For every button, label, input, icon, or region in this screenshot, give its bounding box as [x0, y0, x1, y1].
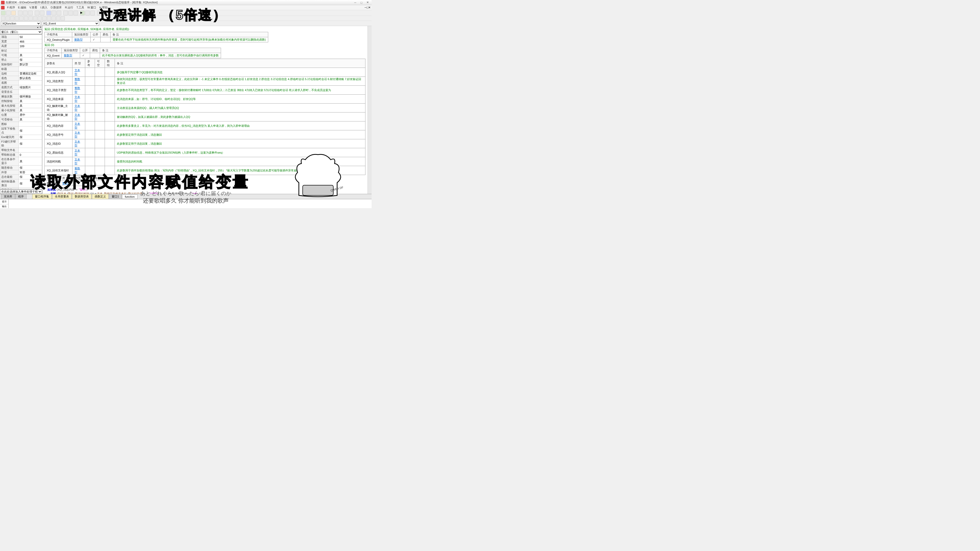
tb-run[interactable]: ▶: [80, 11, 85, 15]
al-14[interactable]: [61, 16, 65, 21]
combo-left[interactable]: XQfunction: [1, 21, 41, 26]
al-8[interactable]: [33, 16, 37, 21]
al-3[interactable]: [10, 16, 14, 21]
prop-value[interactable]: 真: [19, 108, 42, 113]
al-9[interactable]: [38, 16, 42, 21]
prop-value[interactable]: 假: [19, 175, 42, 179]
tab-m5[interactable]: function: [122, 194, 138, 199]
tb-b2[interactable]: [57, 11, 61, 15]
close-button[interactable]: ✕: [364, 0, 371, 5]
tb-new[interactable]: [1, 11, 6, 15]
prop-value[interactable]: 假: [19, 140, 42, 148]
prop-value[interactable]: 默认型: [19, 62, 42, 67]
tb-stop[interactable]: [90, 11, 95, 15]
code-editor[interactable]: 返回 (应用信息 (应用名称, 应用版本, SDK版本, 应用作者, 应用说明)…: [42, 26, 368, 194]
al-5[interactable]: [19, 16, 24, 21]
tb-paste[interactable]: [28, 11, 33, 15]
prop-value[interactable]: 50: [19, 35, 42, 39]
code-block[interactable]: 如果真 (XQ_消息内容 ＝ "签到") 判断 (到文本 (取日 (取现行时间 …: [48, 187, 366, 194]
al-2[interactable]: [6, 16, 10, 21]
tab-m1[interactable]: 全局变量表: [52, 194, 72, 199]
prop-value[interactable]: 普通固定边框: [19, 71, 42, 76]
prop-value[interactable]: [19, 90, 42, 94]
tab-program[interactable]: 程序: [15, 194, 27, 199]
combo-right[interactable]: XQ_Event: [42, 21, 99, 26]
tab-m3[interactable]: 函数定义: [92, 194, 109, 199]
event-selector[interactable]: 在此处选择加入事件处理子程序: [0, 189, 42, 194]
prop-value[interactable]: 假: [19, 127, 42, 135]
prop-value[interactable]: [19, 48, 42, 53]
minimize-button[interactable]: ─: [352, 0, 358, 5]
scrollbar-right[interactable]: [368, 26, 372, 194]
mdi-minimize[interactable]: ─: [365, 6, 367, 9]
mdi-restore[interactable]: □: [366, 6, 368, 9]
prop-value[interactable]: 真: [19, 103, 42, 108]
menu-item[interactable]: T.工具: [75, 6, 86, 9]
prop-value[interactable]: 真: [19, 53, 42, 58]
al-11[interactable]: [47, 16, 51, 21]
prop-value[interactable]: 466: [19, 39, 42, 44]
tb-bp[interactable]: [112, 11, 117, 15]
al-12[interactable]: [52, 16, 56, 21]
tb-pause[interactable]: [85, 11, 90, 15]
menu-item[interactable]: F.程序: [6, 6, 17, 9]
al-7[interactable]: [29, 16, 33, 21]
bp-output[interactable]: 输出: [0, 204, 8, 208]
prop-value[interactable]: [19, 81, 42, 85]
tb-save[interactable]: [11, 11, 16, 15]
prop-value[interactable]: 189: [19, 44, 42, 48]
al-4[interactable]: [15, 16, 19, 21]
menu-item[interactable]: E.编辑: [17, 6, 28, 9]
prop-value[interactable]: 居中: [19, 113, 42, 118]
tb-cut[interactable]: [18, 11, 22, 15]
prop-value[interactable]: [19, 67, 42, 71]
tb-b3[interactable]: [63, 11, 68, 15]
property-grid[interactable]: 顶边50宽度466高度189标记可视真禁止假鼠标指针默认型标题边框普通固定边框底…: [0, 35, 42, 189]
tb-compile[interactable]: [119, 11, 124, 15]
prop-value[interactable]: 缩放图片: [19, 85, 42, 90]
tb-b1[interactable]: [52, 11, 56, 15]
menu-item[interactable]: W.窗口: [86, 6, 98, 9]
prop-value[interactable]: 真: [19, 99, 42, 103]
panel-pin[interactable]: ◂: [36, 26, 39, 29]
tb-open[interactable]: [6, 11, 11, 15]
tab-m4[interactable]: 窗口1: [109, 194, 122, 199]
al-10[interactable]: [42, 16, 46, 21]
object-selector[interactable]: 窗口1（窗口）: [0, 30, 42, 34]
al-13[interactable]: [56, 16, 60, 21]
tb-undo[interactable]: [35, 11, 39, 15]
tb-find[interactable]: [46, 11, 51, 15]
prop-value[interactable]: 默认底色: [19, 76, 42, 81]
tb-b5[interactable]: [73, 11, 78, 15]
tb-copy[interactable]: [23, 11, 27, 15]
al-6[interactable]: [24, 16, 28, 21]
tab-m0[interactable]: 窗口程序集: [32, 194, 52, 199]
al-1[interactable]: [1, 16, 5, 21]
prop-value[interactable]: 真: [19, 157, 42, 165]
prop-value[interactable]: 假: [19, 58, 42, 62]
bp-tip[interactable]: 提示: [0, 199, 8, 204]
tb-redo[interactable]: [40, 11, 45, 15]
tb-b4[interactable]: [68, 11, 73, 15]
menu-item[interactable]: D.数据库: [49, 6, 63, 9]
menu-item[interactable]: I.插入: [39, 6, 49, 9]
prop-value[interactable]: [19, 148, 42, 152]
prop-value[interactable]: 假: [19, 135, 42, 140]
prop-value[interactable]: 0: [19, 152, 42, 157]
tab-m2[interactable]: 数据类型表: [72, 194, 92, 199]
prop-value[interactable]: 矩形: [19, 170, 42, 175]
mdi-close[interactable]: ✕: [368, 6, 371, 9]
tb-b6[interactable]: [124, 11, 129, 15]
menu-item[interactable]: V.查看: [28, 6, 39, 9]
maximize-button[interactable]: □: [358, 0, 364, 5]
tb-stepout[interactable]: [107, 11, 112, 15]
tab-support[interactable]: 支持库: [1, 194, 15, 199]
menu-item[interactable]: H.帮助: [98, 6, 109, 9]
menu-item[interactable]: R.运行: [63, 6, 75, 9]
prop-value[interactable]: 假: [19, 165, 42, 170]
prop-value[interactable]: 循环播放: [19, 94, 42, 99]
prop-value[interactable]: 假: [19, 179, 42, 188]
tb-stepover[interactable]: [102, 11, 107, 15]
panel-close[interactable]: ✕: [39, 26, 42, 29]
prop-value[interactable]: [19, 122, 42, 127]
